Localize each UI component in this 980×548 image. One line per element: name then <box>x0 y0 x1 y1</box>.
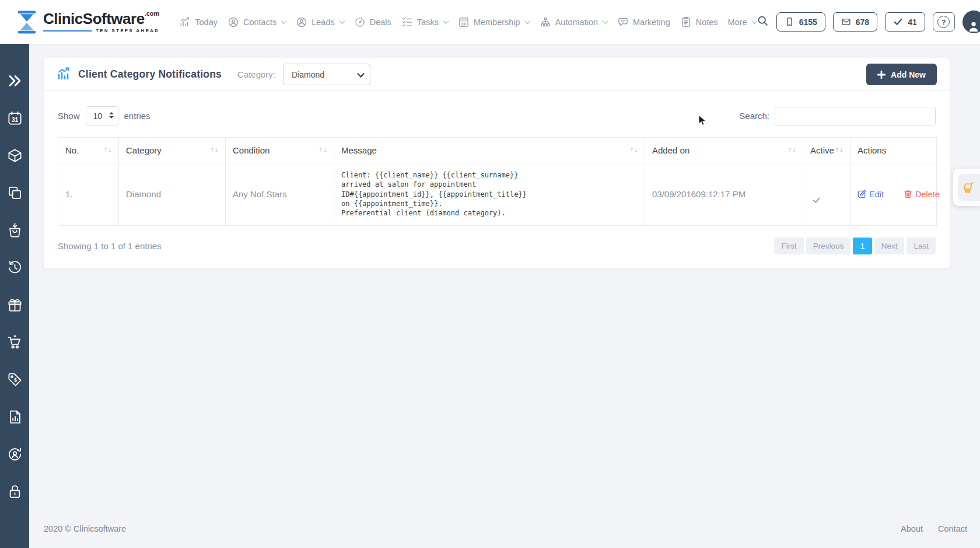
sort-icon: ↑↓ <box>103 146 111 154</box>
history-icon[interactable] <box>7 260 23 275</box>
phone-count: 6155 <box>799 18 817 27</box>
pagination-first-button[interactable]: First <box>774 238 803 254</box>
chevron-down-icon <box>281 18 287 24</box>
tasks-counter-button[interactable]: 41 <box>885 12 925 32</box>
check-icon <box>893 17 903 27</box>
left-sidebar: 31 $ <box>0 44 29 548</box>
column-header-active[interactable]: Active↑↓ <box>803 138 850 163</box>
delete-link[interactable]: Delete <box>904 190 940 199</box>
chevron-down-icon <box>443 18 449 24</box>
cell-condition: Any Nof.Stars <box>226 163 334 226</box>
brand-tagline: TEN STEPS AHEAD <box>96 28 159 33</box>
cart-drawer-tab[interactable] <box>953 169 980 206</box>
notepad-icon <box>680 16 692 28</box>
menu-item-notes[interactable]: Notes <box>680 16 718 28</box>
question-mark-icon: ? <box>937 16 950 28</box>
menu-item-deals[interactable]: Deals <box>354 16 391 28</box>
chevron-down-icon <box>339 18 345 24</box>
menu-item-contacts[interactable]: Contacts <box>228 16 286 28</box>
cell-added-on: 03/09/201609:12:17 PM <box>645 163 803 226</box>
edit-pencil-icon <box>858 190 866 198</box>
menu-item-tasks[interactable]: Tasks <box>401 16 448 28</box>
brand-tld: .com <box>145 10 160 17</box>
page-title: Client Category Notifications <box>78 68 222 81</box>
pagination-last-button[interactable]: Last <box>907 238 936 254</box>
phone-counter-button[interactable]: 6155 <box>776 12 825 32</box>
clinicsoftware-logo[interactable]: ClinicSoftware.com TEN STEPS AHEAD <box>16 10 159 34</box>
cart-icon <box>958 174 980 201</box>
user-sync-icon[interactable] <box>7 446 23 462</box>
column-header-added-on[interactable]: Added on↑↓ <box>645 138 803 163</box>
tagline-underline <box>43 30 92 32</box>
menu-item-leads[interactable]: Leads <box>296 16 344 28</box>
top-navigation: ClinicSoftware.com TEN STEPS AHEAD Today… <box>0 0 980 44</box>
cell-active <box>803 163 850 226</box>
column-header-condition[interactable]: Condition↑↓ <box>226 138 334 163</box>
help-button[interactable]: ? <box>933 12 955 32</box>
column-header-no[interactable]: No.↑↓ <box>58 138 119 163</box>
notifications-table: No.↑↓ Category↑↓ Condition↑↓ Message↑↓ A… <box>58 137 937 226</box>
page-footer: 2020 © Clinicsoftware About Contact <box>44 524 967 533</box>
envelope-icon <box>841 17 851 27</box>
chevron-down-icon <box>524 18 530 24</box>
category-label: Category: <box>237 69 275 79</box>
about-link[interactable]: About <box>901 524 923 533</box>
cell-category: Diamond <box>119 163 226 226</box>
gift-icon[interactable] <box>7 297 23 313</box>
menu-item-marketing[interactable]: Marketing <box>617 16 670 28</box>
gauge-icon <box>354 16 366 28</box>
calendar-icon[interactable]: 31 <box>7 110 23 126</box>
contact-link[interactable]: Contact <box>938 524 967 533</box>
client-category-notifications-card: Client Category Notifications Category: … <box>44 58 950 268</box>
double-chevron-right-icon[interactable] <box>7 73 23 89</box>
column-header-actions: Actions <box>850 138 937 163</box>
main-menu: Today Contacts Leads Deals <box>179 16 756 28</box>
category-select[interactable]: Diamond <box>283 64 370 85</box>
sort-icon: ↑↓ <box>835 146 843 154</box>
chart-growth-icon <box>57 67 71 83</box>
bag-download-icon[interactable] <box>7 222 23 238</box>
tasks-count: 41 <box>908 18 917 27</box>
megaphone-icon <box>617 16 629 28</box>
bar-chart-icon <box>179 16 191 28</box>
plus-icon <box>877 71 886 79</box>
cell-message: Client: {{client_name}} {{client_surname… <box>334 163 645 226</box>
cart-icon[interactable] <box>7 334 23 350</box>
menu-item-automation[interactable]: Automation <box>540 16 607 28</box>
nav-right-cluster: 6155 678 41 ? <box>757 11 980 33</box>
column-header-category[interactable]: Category↑↓ <box>119 138 226 163</box>
column-header-message[interactable]: Message↑↓ <box>334 138 645 163</box>
pagination-previous-button[interactable]: Previous <box>806 238 851 254</box>
lock-icon[interactable] <box>7 484 23 500</box>
search-input[interactable] <box>775 107 936 125</box>
page-size-select[interactable]: 10 <box>86 106 118 125</box>
menu-item-membership[interactable]: @ Membership <box>458 16 530 28</box>
report-icon[interactable] <box>7 409 23 425</box>
svg-text:$: $ <box>14 377 17 383</box>
add-new-button[interactable]: Add New <box>866 64 937 85</box>
menu-item-today[interactable]: Today <box>179 16 218 28</box>
search-icon[interactable] <box>757 15 769 29</box>
pagination: First Previous 1 Next Last <box>774 238 936 254</box>
person-icon <box>967 19 980 33</box>
phone-icon <box>785 17 794 27</box>
edit-link[interactable]: Edit <box>858 190 884 199</box>
chevron-down-icon <box>603 18 608 24</box>
copy-icon[interactable] <box>7 185 23 201</box>
hierarchy-icon <box>540 16 551 28</box>
mail-counter-button[interactable]: 678 <box>833 12 877 32</box>
brand-name: ClinicSoftware.com <box>43 11 159 26</box>
pagination-page-1-button[interactable]: 1 <box>853 238 872 254</box>
svg-text:31: 31 <box>11 117 18 123</box>
copyright-text: 2020 © Clinicsoftware <box>44 524 126 533</box>
membership-icon: @ <box>458 16 470 28</box>
table-controls: Show 10 entries Search: <box>44 91 950 137</box>
checklist-icon <box>401 16 413 28</box>
menu-item-more[interactable]: More <box>728 18 757 27</box>
price-tag-icon[interactable]: $ <box>7 372 23 388</box>
user-avatar[interactable] <box>963 11 980 33</box>
pagination-next-button[interactable]: Next <box>874 238 905 254</box>
table-row: 1. Diamond Any Nof.Stars Client: {{clien… <box>58 163 937 226</box>
sort-icon: ↑↓ <box>788 146 796 154</box>
cube-icon[interactable] <box>7 148 23 163</box>
